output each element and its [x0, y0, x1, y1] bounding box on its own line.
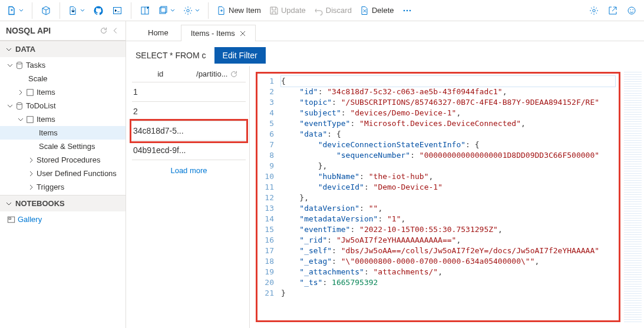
- refresh-icon[interactable]: [100, 26, 108, 35]
- scale-icon: [140, 6, 150, 15]
- svg-rect-13: [27, 89, 34, 95]
- document-arrow-icon: [68, 6, 78, 15]
- tree-stored-procedures[interactable]: Stored Procedures: [0, 153, 126, 167]
- col-id[interactable]: id: [132, 69, 189, 78]
- tab-items[interactable]: Items - Items: [181, 25, 256, 41]
- tree-tasks-items[interactable]: Items: [0, 85, 126, 99]
- scale-button[interactable]: [136, 2, 154, 19]
- items-header: id /partitio...: [132, 66, 246, 82]
- terminal-button[interactable]: [108, 2, 126, 19]
- section-notebooks[interactable]: NOTEBOOKS: [0, 195, 126, 211]
- chevron-right-icon: [18, 90, 24, 95]
- chevron-right-icon: [28, 157, 34, 163]
- item-row[interactable]: 04b91ecd-9f...: [132, 141, 246, 160]
- discard-button: Discard: [311, 2, 355, 19]
- api-header: NOSQL API: [0, 21, 126, 41]
- svg-point-7: [409, 9, 411, 11]
- chevron-down-icon: [195, 8, 200, 13]
- ellipsis-icon: [402, 6, 412, 15]
- cube-button[interactable]: [37, 2, 55, 19]
- chevron-down-icon: [6, 47, 12, 52]
- tree-db-todolist[interactable]: ToDoList: [0, 99, 126, 112]
- tree-udf[interactable]: User Defined Functions: [0, 167, 126, 180]
- feedback-button[interactable]: [623, 2, 640, 19]
- svg-point-6: [407, 9, 408, 11]
- collection-icon: [158, 6, 168, 15]
- svg-rect-15: [27, 116, 34, 122]
- section-data[interactable]: DATA: [0, 41, 126, 57]
- terminal-icon: [113, 6, 122, 15]
- chevron-down-icon: [170, 8, 175, 13]
- editor-minimap[interactable]: [624, 72, 642, 322]
- json-editor: 123456789101112131415161718192021 { "id"…: [250, 66, 644, 328]
- item-row[interactable]: 1: [132, 82, 246, 102]
- github-icon: [94, 6, 103, 15]
- svg-point-11: [633, 9, 634, 10]
- database-icon: [15, 61, 24, 69]
- new-item-icon: [217, 6, 226, 15]
- settings-dropdown-button[interactable]: [180, 2, 203, 19]
- chevron-down-icon: [7, 62, 13, 68]
- cube-icon: [41, 6, 51, 15]
- editor-code[interactable]: { "id": "34c818d7-5c32-c063-ae5b-43f0944…: [278, 74, 619, 320]
- chevron-down-icon: [19, 8, 24, 13]
- sidebar: NOSQL API DATA Tasks Scale Items: [0, 21, 126, 328]
- chevron-right-icon: [28, 171, 34, 177]
- svg-point-8: [593, 9, 595, 11]
- item-row[interactable]: 2: [132, 102, 246, 121]
- chevron-left-icon[interactable]: [111, 26, 120, 35]
- svg-point-12: [17, 62, 22, 64]
- svg-point-4: [187, 9, 189, 11]
- new-sql-query-button[interactable]: [4, 2, 27, 19]
- undo-icon: [314, 6, 323, 15]
- open-external-button[interactable]: [604, 2, 622, 19]
- tab-bar: Home Items - Items: [126, 21, 644, 41]
- tree-tasks-scale[interactable]: Scale: [0, 72, 126, 85]
- filter-query: SELECT * FROM c: [136, 51, 206, 60]
- chevron-down-icon: [80, 8, 85, 13]
- smile-icon: [627, 6, 636, 15]
- delete-icon: [360, 6, 369, 15]
- svg-rect-0: [114, 7, 121, 14]
- items-list: id /partitio... 1234c818d7-5...04b91ecd-…: [126, 66, 250, 328]
- svg-point-14: [17, 102, 22, 105]
- svg-point-5: [404, 9, 405, 11]
- new-item-label: New Item: [229, 6, 261, 15]
- gear-icon: [183, 6, 193, 15]
- tree-triggers[interactable]: Triggers: [0, 180, 126, 194]
- editor-gutter: 123456789101112131415161718192021: [257, 74, 278, 320]
- update-button: Update: [266, 2, 309, 19]
- tab-home[interactable]: Home: [138, 24, 179, 41]
- gear-icon: [589, 6, 599, 15]
- chevron-down-icon: [6, 201, 12, 207]
- close-icon[interactable]: [240, 31, 246, 37]
- tree-todolist-items-folder[interactable]: Items: [0, 112, 126, 126]
- delete-button[interactable]: Delete: [356, 2, 398, 19]
- work-area: Home Items - Items SELECT * FROM c Edit …: [126, 21, 644, 328]
- github-button[interactable]: [90, 2, 107, 19]
- load-more-link[interactable]: Load more: [132, 160, 246, 181]
- refresh-icon[interactable]: [230, 70, 238, 78]
- tree-db-tasks[interactable]: Tasks: [0, 58, 126, 72]
- chevron-down-icon: [7, 103, 13, 109]
- new-collection-button[interactable]: [155, 2, 179, 19]
- tree: Tasks Scale Items ToDoList Items Ite: [0, 57, 126, 195]
- document-plus-icon: [7, 6, 16, 15]
- new-item-button[interactable]: New Item: [213, 2, 265, 19]
- more-button[interactable]: [398, 2, 416, 19]
- top-toolbar: New Item Update Discard Delete: [0, 0, 644, 21]
- api-title: NOSQL API: [6, 26, 51, 35]
- svg-point-9: [628, 7, 635, 14]
- open-query-button[interactable]: [65, 2, 88, 19]
- container-icon: [26, 88, 34, 97]
- save-icon: [269, 6, 279, 15]
- tree-items-leaf[interactable]: Items: [0, 126, 126, 140]
- item-row[interactable]: 34c818d7-5...: [132, 121, 246, 141]
- tree-scale-settings[interactable]: Scale & Settings: [0, 140, 126, 153]
- edit-filter-button[interactable]: Edit Filter: [214, 47, 266, 64]
- settings-button[interactable]: [585, 2, 603, 19]
- tree-gallery[interactable]: Gallery: [0, 213, 126, 226]
- col-partitionkey[interactable]: /partitio...: [189, 69, 246, 78]
- svg-rect-17: [9, 217, 11, 219]
- open-external-icon: [608, 6, 617, 15]
